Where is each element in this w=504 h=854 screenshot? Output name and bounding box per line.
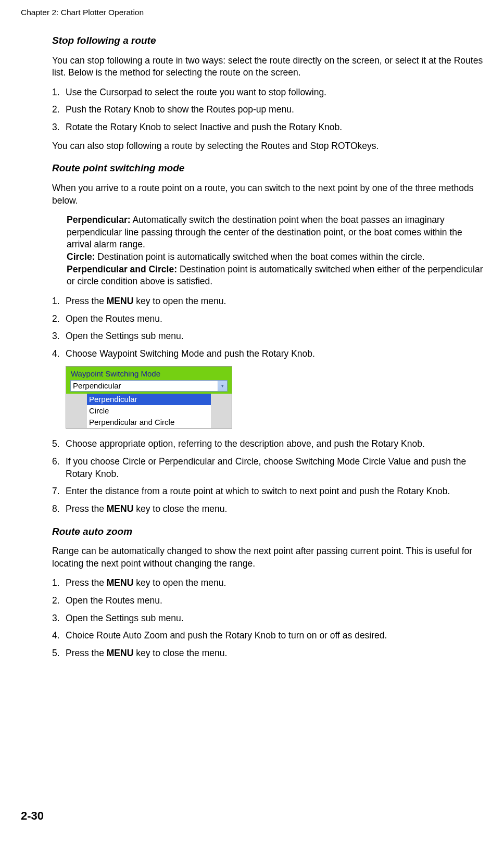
section-title-auto-zoom: Route auto zoom (52, 525, 483, 538)
term-perpendicular: Perpendicular: (67, 215, 131, 225)
list-text: Enter the distance from a route point at… (66, 486, 450, 496)
list-item: 5.Choose appropriate option, referring t… (52, 438, 483, 450)
ordered-list: 1.Press the MENU key to open the menu. 2… (52, 577, 483, 659)
list-text: Push the Rotary Knob to show the Routes … (66, 104, 294, 115)
list-text: Open the Routes menu. (66, 313, 162, 324)
term-perp-circle: Perpendicular and Circle: (67, 264, 177, 274)
ordered-list: 5.Choose appropriate option, referring t… (52, 438, 483, 515)
dropdown-value: Perpendicular (71, 381, 218, 391)
page-content: Stop following a route You can stop foll… (52, 34, 483, 660)
page-number: 2-30 (21, 808, 44, 824)
list-item: 4.Choose Waypoint Switching Mode and pus… (52, 348, 483, 360)
list-item: 7.Enter the distance from a route point … (52, 485, 483, 498)
list-text: Choose Waypoint Switching Mode and push … (66, 348, 315, 359)
list-item: 2.Open the Routes menu. (52, 313, 483, 325)
list-item: 3.Rotate the Rotary Knob to select Inact… (52, 121, 483, 134)
list-item: 5.Press the MENU key to close the menu. (52, 647, 483, 660)
section-title-switching-mode: Route point switching mode (52, 161, 483, 175)
list-text: Choice Route Auto Zoom and push the Rota… (66, 630, 387, 640)
list-text: Open the Settings sub menu. (66, 331, 184, 341)
list-item: 1.Press the MENU key to open the menu. (52, 577, 483, 589)
term-circle: Circle: (67, 252, 95, 262)
list-item: 1.Use the Cursorpad to select the route … (52, 86, 483, 99)
definition-text: Destination point is automatically switc… (95, 252, 424, 262)
list-text: If you choose Circle or Perpendicular an… (66, 456, 466, 479)
chapter-header: Chapter 2: Chart Plotter Operation (21, 7, 483, 18)
ordered-list: 1.Use the Cursorpad to select the route … (52, 86, 483, 134)
dropdown-option[interactable]: Perpendicular and Circle (87, 417, 211, 428)
list-text: Open the Settings sub menu. (66, 613, 184, 623)
figure-label: Waypoint Switching Mode (68, 368, 230, 379)
list-item: 3.Open the Settings sub menu. (52, 612, 483, 625)
list-text: Choose appropriate option, referring to … (66, 438, 425, 449)
list-text: Press the MENU key to close the menu. (66, 504, 227, 514)
paragraph: Range can be automatically changed to sh… (52, 545, 483, 570)
figure-side-right (211, 394, 232, 429)
section-title-stop-following: Stop following a route (52, 34, 483, 47)
chevron-down-icon: ▾ (218, 381, 227, 391)
list-text: Press the MENU key to open the menu. (66, 577, 226, 588)
list-item: 6.If you choose Circle or Perpendicular … (52, 456, 483, 480)
list-text: Use the Cursorpad to select the route yo… (66, 87, 326, 97)
list-item: 2.Push the Rotary Knob to show the Route… (52, 104, 483, 116)
list-item: 1.Press the MENU key to open the menu. (52, 295, 483, 308)
figure-waypoint-switching: Waypoint Switching Mode Perpendicular ▾ … (66, 366, 232, 429)
list-item: 8.Press the MENU key to close the menu. (52, 503, 483, 516)
list-item: 3.Open the Settings sub menu. (52, 330, 483, 343)
paragraph: When you arrive to a route point on a ro… (52, 182, 483, 207)
figure-options-panel: Perpendicular Circle Perpendicular and C… (66, 394, 232, 429)
paragraph: You can stop following a route in two wa… (52, 55, 483, 79)
list-text: Press the MENU key to close the menu. (66, 648, 227, 658)
list-text: Open the Routes menu. (66, 595, 162, 606)
dropdown-option[interactable]: Circle (87, 405, 211, 417)
list-item: 2.Open the Routes menu. (52, 595, 483, 607)
dropdown-select[interactable]: Perpendicular ▾ (70, 380, 228, 392)
list-text: Press the MENU key to open the menu. (66, 296, 226, 306)
definition-block: Perpendicular: Automatically switch the … (67, 214, 483, 288)
list-item: 4.Choice Route Auto Zoom and push the Ro… (52, 630, 483, 642)
figure-side-left (66, 394, 87, 429)
paragraph: You can also stop following a route by s… (52, 140, 483, 153)
ordered-list: 1.Press the MENU key to open the menu. 2… (52, 295, 483, 360)
figure-header: Waypoint Switching Mode Perpendicular ▾ (66, 367, 232, 393)
dropdown-option-selected[interactable]: Perpendicular (87, 394, 211, 405)
list-text: Rotate the Rotary Knob to select Inactiv… (66, 122, 342, 132)
dropdown-options: Perpendicular Circle Perpendicular and C… (87, 394, 211, 429)
